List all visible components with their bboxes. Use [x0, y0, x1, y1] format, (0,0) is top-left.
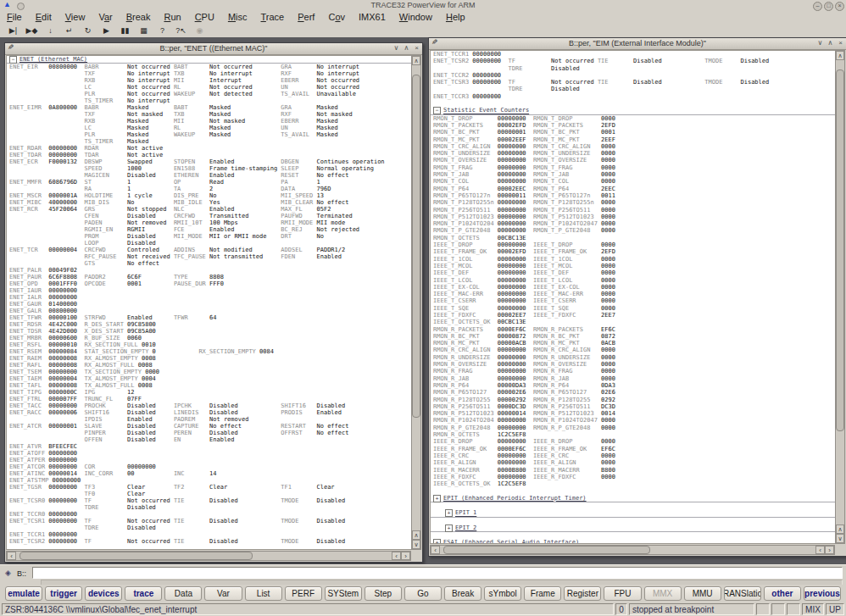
window-eim-per[interactable]: ✎ B::per, "EIM (External Interface Modul… — [428, 37, 846, 557]
register-row[interactable]: RGMII_EN RGMII FCE Enabled BC_REJ Not re… — [7, 226, 411, 233]
register-row[interactable]: ENET_ATCOR 00000000 COR 00000000 — [7, 463, 411, 470]
counter-row[interactable]: RMON_R_P1024TO204 00000000 RMON_R_P1024T… — [431, 417, 835, 424]
menu-view[interactable]: View — [64, 12, 92, 22]
register-row[interactable]: ENET_IAUR 00000000 — [7, 287, 411, 294]
register-row[interactable]: ENET_OPD 0001FFF0 OPCODE 0001 PAUSE_DUR … — [7, 280, 411, 287]
register-row[interactable]: CFEN Disabled CRCFWD Transmitted PAUFWD … — [7, 213, 411, 219]
scroll-right-icon[interactable]: › — [825, 546, 834, 554]
softkey-frame[interactable]: Frame — [524, 586, 561, 601]
counter-row[interactable]: RMON_R_JAB 00000000 RMON_R_JAB 0000 — [431, 375, 835, 382]
horizontal-scrollbar[interactable]: ‹ ‹ › — [430, 545, 835, 555]
counter-row[interactable]: RMON_T_UNDERSIZE 00000000 RMON_T_UNDERSI… — [431, 150, 835, 157]
register-row[interactable]: TDRE Disabled — [7, 524, 411, 531]
collapse-icon[interactable]: − — [9, 56, 17, 64]
softkey-system[interactable]: SYStem — [325, 586, 362, 601]
register-row[interactable]: OFFEN Disabled EN Enabled — [7, 436, 411, 443]
softkey-trace[interactable]: trace — [125, 586, 162, 601]
step-icon[interactable]: ▶| — [5, 24, 21, 37]
register-row[interactable]: ENET_TCCR0 00000000 — [7, 511, 411, 518]
window-enet-per[interactable]: ✎ B::per, "ENET ((Ethernet MAC)" ∨ ∧ × −… — [4, 42, 423, 563]
close-icon[interactable]: × — [413, 44, 420, 52]
counter-row[interactable]: RMON_R_CRC_ALIGN 00000000 RMON_R_CRC_ALI… — [431, 347, 835, 353]
vertical-scrollbar[interactable]: ∧ ∧ ∨ — [835, 50, 845, 544]
context-help-icon[interactable]: ?↖ — [173, 24, 189, 37]
counter-row[interactable]: RMON_T_P512TO1023 00000000 RMON_T_P512TO… — [431, 214, 835, 220]
softkey-step[interactable]: Step — [365, 586, 402, 601]
register-row[interactable]: PADEN Not removed RMII_10T 100 Mbps RMII… — [7, 219, 411, 226]
softkey-list[interactable]: List — [245, 586, 282, 601]
counter-row[interactable]: IEEE_R_MACERR 0000B800 IEEE_R_MACERR B80… — [431, 467, 835, 474]
register-row[interactable]: ENET_TCSR2 00000000 TF Not occurred TIE … — [7, 538, 411, 545]
counter-row[interactable]: RMON_T_JAB 00000000 RMON_T_JAB 0000 — [431, 171, 835, 178]
step-return-icon[interactable]: ↵ — [61, 24, 77, 37]
counter-row[interactable]: RMON_T_P64 00002EEC RMON_T_P64 2EEC — [431, 186, 835, 192]
scroll-down-icon[interactable]: ∨ — [412, 540, 420, 549]
menu-trace[interactable]: Trace — [259, 12, 292, 22]
register-row[interactable]: ENET_GALR 00800000 — [7, 308, 411, 314]
menu-perf[interactable]: Perf — [296, 12, 321, 22]
register-row[interactable]: TDRE Disabled — [431, 65, 835, 72]
menu-misc[interactable]: Misc — [226, 12, 254, 22]
counter-row[interactable]: IEEE_T_1COL 00000000 IEEE_T_1COL 0000 — [431, 256, 835, 263]
register-row[interactable]: RXB No interrupt MII Interrupt EBERR Not… — [7, 77, 411, 84]
counter-row[interactable]: RMON_R_P64 00000DA3 RMON_R_P64 0DA3 — [431, 382, 835, 389]
register-row[interactable]: ENET_TCR 00000004 CRCFWD Controled ADDIN… — [7, 247, 411, 253]
register-row[interactable]: ENET_ATCR 00000001 SLAVE Disabled CAPTUR… — [7, 423, 411, 430]
register-row[interactable]: ENET_TCSR2 00000000 TF Not occurred TIE … — [431, 58, 835, 64]
counter-row[interactable]: IEEE_R_FDXFC 00000000 IEEE_R_FDXFC 0000 — [431, 474, 835, 480]
register-row[interactable]: ENET_TCSR3 00000000 TF Not occurred TIE … — [431, 79, 835, 86]
help-icon[interactable]: ? — [154, 24, 170, 37]
menu-cpu[interactable]: CPU — [193, 12, 221, 22]
counter-row[interactable]: IEEE_T_SQE 00000000 IEEE_T_SQE 0000 — [431, 305, 835, 312]
command-input[interactable] — [32, 567, 843, 579]
register-row[interactable]: ENET_FTRL 000007FF TRUNC_FL 07FF — [7, 396, 411, 402]
counter-row[interactable]: IEEE_T_DEF 00000000 IEEE_T_DEF 0000 — [431, 269, 835, 276]
register-row[interactable]: TDRE Disabled — [7, 504, 411, 511]
register-row[interactable]: MAGICEN Disabled ETHEREN Enabled RESET N… — [7, 172, 411, 179]
expand-icon[interactable]: + — [445, 509, 453, 517]
counter-row[interactable]: IEEE_T_EX-COL 00000000 IEEE_T_EX-COL 000… — [431, 284, 835, 291]
register-row[interactable]: ENET_RAFL 00000008 RX_ALMOST_FULL 0008 — [7, 362, 411, 369]
register-row[interactable]: ENET_EIR 00800000 BABR Not occurred BABT… — [7, 64, 411, 70]
register-row[interactable]: ENET_RCR 45F20064 GRS Not stopped NLC En… — [7, 206, 411, 213]
scroll-left-icon[interactable]: ‹ — [431, 546, 440, 554]
register-row[interactable]: ENET_TGSR 00000000 TF3 Clear TF2 Clear T… — [7, 484, 411, 491]
counter-row[interactable]: RMON_R_P256TO511 0000DC3D RMON_R_P256TO5… — [431, 403, 835, 410]
register-row[interactable]: TF0 Clear — [7, 491, 411, 497]
softkey-fpu[interactable]: FPU — [604, 586, 641, 601]
counter-row[interactable]: RMON_T_COL 00000000 RMON_T_COL 0000 — [431, 178, 835, 185]
register-row[interactable]: TXF No interrupt TXB No interrupt RXF No… — [7, 70, 411, 77]
counter-row[interactable]: IEEE_T_LCOL 00000000 IEEE_T_LCOL 0000 — [431, 277, 835, 284]
register-row[interactable]: RFC_PAUSE Not received TFC_PAUSE Not tra… — [7, 253, 411, 260]
register-row[interactable]: PLR Masked WAKEUP Masked TS_AVAIL Masked — [7, 131, 411, 138]
menu-window[interactable]: Window — [398, 12, 439, 22]
counter-row[interactable]: RMON_R_FRAG 00000000 RMON_R_FRAG 0000 — [431, 368, 835, 375]
section-link[interactable]: ESAI (Enhanced Serial Audio Interface) — [443, 540, 579, 544]
register-row[interactable]: ENET_EIMR 0A800000 BABR Masked BABT Mask… — [7, 104, 411, 111]
register-row[interactable]: ENET_MMFR 6086796D ST 1 OP Read PA 1 — [7, 179, 411, 186]
register-row[interactable]: ENET_PAUR 6C6F8808 PADDR2 6C6F TYPE 8808 — [7, 274, 411, 280]
section-link[interactable]: EPIT 2 — [455, 524, 476, 531]
counter-row[interactable]: IEEE_T_FRAME_OK 00002EFD IEEE_T_FRAME_OK… — [431, 248, 835, 255]
counter-row[interactable]: IEEE_T_OCTETS_OK 00CBC13E — [431, 319, 835, 325]
vertical-scroll-thumb[interactable] — [412, 75, 420, 419]
register-row[interactable]: ENET_ECR F0000132 DBSWP Swapped STOPEN E… — [7, 158, 411, 165]
menu-file[interactable]: File — [5, 12, 29, 22]
counter-row[interactable]: RMON_T_P128TO255n 00000000 RMON_T_P128TO… — [431, 199, 835, 206]
section-link[interactable]: Statistic Event Counters — [443, 108, 529, 114]
softkey-var[interactable]: Var — [204, 586, 242, 601]
register-row[interactable]: ENET_TSEM 00000000 TX_SECTION_EMPTY 0000 — [7, 369, 411, 375]
register-row[interactable]: ENET_TCCR2 00000000 — [431, 72, 835, 79]
register-row[interactable]: ENET_MSCR 0000001A HOLDTIME 1 cycle DIS_… — [7, 192, 411, 199]
register-row[interactable]: PINPER Disabled PEREN Disabled OFFRST No… — [7, 430, 411, 436]
softkey-emulate[interactable]: emulate — [5, 586, 42, 601]
counter-row[interactable]: RMON_R_OVERSIZE 00000000 RMON_R_OVERSIZE… — [431, 361, 835, 368]
collapse-icon[interactable]: − — [433, 107, 441, 114]
register-row[interactable]: ENET_ATSTMP 00000000 — [7, 477, 411, 484]
scroll-down-icon[interactable]: ∨ — [836, 534, 844, 543]
register-row[interactable]: GTS No effect — [7, 260, 411, 267]
counter-row[interactable]: IEEE_T_MCOL 00000000 IEEE_T_MCOL 0000 — [431, 263, 835, 269]
menu-break[interactable]: Break — [125, 12, 158, 22]
register-row[interactable]: ENET_GAUR 01400000 — [7, 301, 411, 308]
chevron-down-icon[interactable]: ∨ — [816, 39, 824, 47]
